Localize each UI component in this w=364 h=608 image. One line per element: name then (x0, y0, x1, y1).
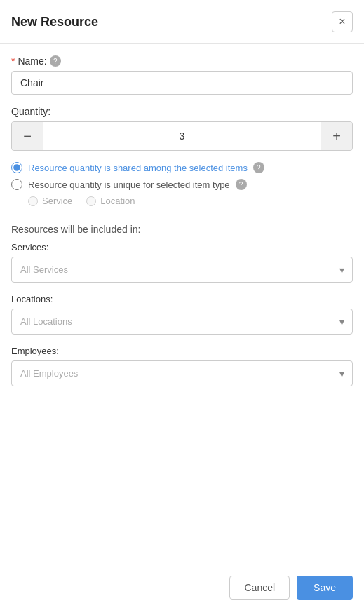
employees-field-group: Employees: All Employees (11, 346, 353, 386)
resources-header: Resources will be included in: (11, 224, 353, 235)
locations-field-group: Locations: All Locations (11, 294, 353, 335)
name-label-text: Name: (18, 55, 46, 67)
employees-select[interactable]: All Employees (11, 360, 353, 386)
service-sub-radio-item[interactable]: Service (28, 196, 72, 206)
modal-body: * Name: ? Quantity: − + Resource quantit… (0, 44, 364, 567)
services-select[interactable]: All Services (11, 257, 353, 283)
increment-button[interactable]: + (321, 122, 352, 150)
cancel-button[interactable]: Cancel (229, 576, 290, 600)
divider (11, 215, 353, 215)
employees-label: Employees: (11, 346, 353, 356)
service-sub-radio-input (28, 196, 38, 206)
unique-radio-label: Resource quantity is unique for selected… (28, 180, 230, 190)
name-help-icon[interactable]: ? (50, 55, 61, 67)
save-button[interactable]: Save (297, 576, 353, 600)
decrement-button[interactable]: − (12, 122, 43, 150)
shared-radio-label: Resource quantity is shared among the se… (28, 163, 248, 173)
modal-footer: Cancel Save (0, 567, 364, 608)
unique-radio-item[interactable]: Resource quantity is unique for selected… (11, 179, 353, 190)
service-sub-radio-label: Service (42, 196, 72, 206)
resources-section: Resources will be included in: Services:… (11, 224, 353, 386)
shared-radio-item[interactable]: Resource quantity is shared among the se… (11, 162, 353, 173)
services-field-group: Services: All Services (11, 242, 353, 283)
location-sub-radio-label: Location (100, 196, 135, 206)
locations-label: Locations: (11, 294, 353, 304)
shared-radio-input[interactable] (11, 162, 22, 173)
name-field-group: * Name: ? (11, 55, 353, 95)
location-sub-radio-item[interactable]: Location (86, 196, 135, 206)
quantity-input[interactable] (43, 125, 321, 147)
radio-group: Resource quantity is shared among the se… (11, 162, 353, 206)
modal-title: New Resource (11, 15, 98, 29)
services-dropdown-wrapper: All Services (11, 257, 353, 283)
modal-header: New Resource × (0, 0, 364, 44)
close-button[interactable]: × (332, 11, 353, 32)
name-input[interactable] (11, 71, 353, 95)
locations-select[interactable]: All Locations (11, 309, 353, 335)
quantity-field-group: Quantity: − + (11, 106, 353, 151)
quantity-stepper: − + (11, 121, 353, 151)
quantity-label: Quantity: (11, 106, 353, 117)
employees-dropdown-wrapper: All Employees (11, 360, 353, 386)
services-label: Services: (11, 242, 353, 252)
shared-help-icon[interactable]: ? (253, 162, 264, 173)
quantity-label-text: Quantity: (11, 106, 50, 117)
required-indicator: * (11, 55, 15, 67)
unique-help-icon[interactable]: ? (236, 179, 247, 190)
modal: New Resource × * Name: ? Quantity: − + (0, 0, 364, 608)
name-label: * Name: ? (11, 55, 353, 67)
sub-radio-group: Service Location (28, 196, 353, 206)
unique-radio-input[interactable] (11, 179, 22, 190)
locations-dropdown-wrapper: All Locations (11, 309, 353, 335)
location-sub-radio-input (86, 196, 96, 206)
